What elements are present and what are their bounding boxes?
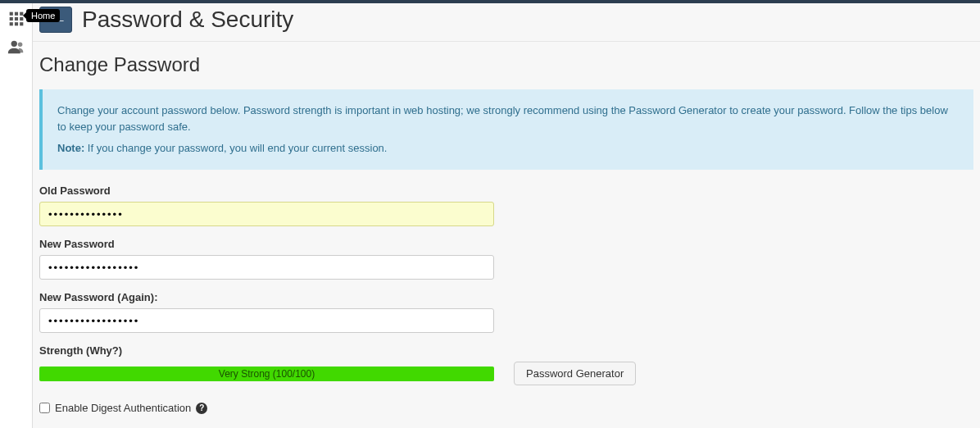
- svg-rect-1: [14, 12, 17, 16]
- digest-auth-checkbox[interactable]: [39, 403, 50, 413]
- content: Change Password Change your account pass…: [33, 42, 980, 428]
- digest-auth-label: Enable Digest Authentication: [55, 402, 191, 414]
- page-title: Password & Security: [82, 7, 293, 33]
- users-icon[interactable]: [7, 38, 25, 56]
- help-icon[interactable]: ?: [196, 403, 207, 414]
- section-title: Change Password: [39, 53, 973, 76]
- banner-note: Note: If you change your password, you w…: [57, 140, 959, 157]
- info-banner: Change your account password below. Pass…: [39, 89, 973, 170]
- svg-point-10: [17, 43, 22, 48]
- main: ***– Password & Security Change Password…: [33, 3, 980, 428]
- old-password-group: Old Password: [39, 184, 973, 226]
- svg-rect-7: [14, 22, 17, 25]
- new-password-again-group: New Password (Again):: [39, 291, 973, 333]
- svg-rect-0: [9, 12, 12, 16]
- sidebar: Home: [0, 3, 33, 428]
- strength-group: Strength (Why?) Very Strong (100/100) Pa…: [39, 344, 973, 385]
- page-header: ***– Password & Security: [33, 3, 980, 42]
- svg-rect-4: [14, 17, 17, 20]
- banner-note-text: If you change your password, you will en…: [84, 142, 387, 154]
- digest-auth-row: Enable Digest Authentication ?: [39, 402, 973, 414]
- new-password-again-input[interactable]: [39, 308, 494, 333]
- new-password-group: New Password: [39, 238, 973, 280]
- new-password-input[interactable]: [39, 255, 494, 280]
- strength-bar-fill: Very Strong (100/100): [39, 367, 494, 381]
- layout: Home ***– Password & Security Change Pas…: [0, 3, 980, 428]
- svg-rect-8: [20, 22, 23, 25]
- strength-row: Very Strong (100/100) Password Generator: [39, 362, 973, 385]
- svg-point-9: [11, 41, 16, 47]
- svg-rect-6: [9, 22, 12, 25]
- banner-note-label: Note:: [57, 142, 84, 154]
- password-generator-button[interactable]: Password Generator: [514, 362, 636, 385]
- svg-rect-3: [9, 17, 12, 20]
- old-password-label: Old Password: [39, 184, 973, 197]
- strength-label: Strength (Why?): [39, 344, 973, 357]
- old-password-input[interactable]: [39, 202, 494, 226]
- new-password-again-label: New Password (Again):: [39, 291, 973, 303]
- new-password-label: New Password: [39, 238, 973, 250]
- strength-bar-track: Very Strong (100/100): [39, 367, 494, 381]
- banner-line1: Change your account password below. Pass…: [57, 102, 959, 135]
- home-tooltip: Home: [26, 9, 60, 22]
